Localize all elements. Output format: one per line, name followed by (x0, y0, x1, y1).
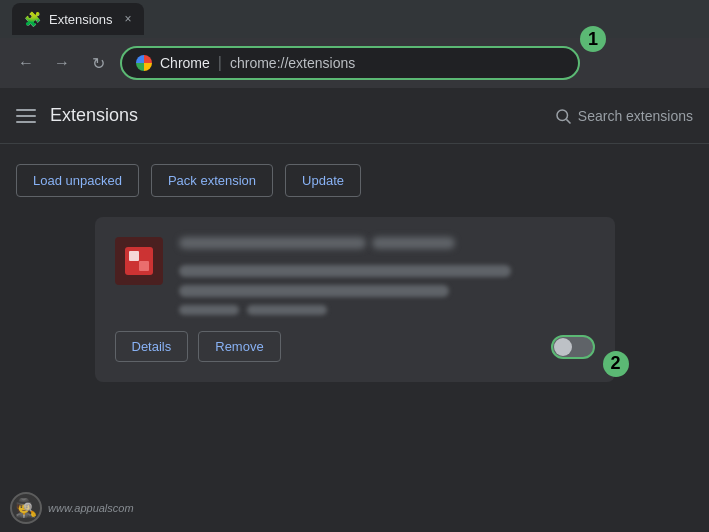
ext-tag-blur-1 (179, 305, 239, 315)
page-title: Extensions (50, 105, 540, 126)
extension-icon (115, 237, 163, 285)
card-bottom-left: Details Remove (115, 331, 281, 362)
back-button[interactable]: ← (12, 49, 40, 77)
details-button[interactable]: Details (115, 331, 189, 362)
update-button[interactable]: Update (285, 164, 361, 197)
watermark-text: www.appualscom (48, 502, 134, 514)
extension-toggle[interactable] (551, 335, 595, 359)
action-buttons: Load unpacked Pack extension Update (16, 164, 693, 197)
extension-card: Details Remove 2 (95, 217, 615, 382)
extension-info (179, 237, 595, 315)
address-bar-row: ← → ↻ Chrome | chrome://extensions 1 (0, 38, 709, 88)
url-text: chrome://extensions (230, 55, 355, 71)
reload-button[interactable]: ↻ (84, 49, 112, 77)
watermark-avatar: 🕵️ (10, 492, 42, 524)
main-content: Load unpacked Pack extension Update (0, 144, 709, 532)
page-header: Extensions Search extensions (0, 88, 709, 144)
watermark: 🕵️ www.appualscom (10, 492, 134, 524)
ext-version-blur (372, 237, 455, 249)
ext-tag-blur-2 (247, 305, 327, 315)
svg-line-1 (566, 119, 570, 123)
forward-button[interactable]: → (48, 49, 76, 77)
chrome-logo-icon (136, 55, 152, 71)
card-top (115, 237, 595, 315)
toggle-knob (554, 338, 572, 356)
remove-button[interactable]: Remove (198, 331, 280, 362)
menu-button[interactable] (16, 109, 36, 123)
pack-extension-button[interactable]: Pack extension (151, 164, 273, 197)
ext-desc-blur-1 (179, 265, 512, 277)
tab-title: Extensions (49, 12, 113, 27)
step-badge-2: 2 (603, 351, 629, 377)
browser-tab[interactable]: 🧩 Extensions × (12, 3, 144, 35)
step-badge-1: 1 (580, 26, 606, 52)
address-separator: | (218, 54, 222, 72)
search-area[interactable]: Search extensions (554, 107, 693, 125)
chrome-label: Chrome (160, 55, 210, 71)
card-bottom: Details Remove 2 (115, 331, 595, 362)
toggle-wrapper: 2 (551, 335, 595, 359)
tab-close-button[interactable]: × (125, 12, 132, 26)
svg-point-0 (557, 110, 568, 121)
ext-name-blur (179, 237, 366, 249)
search-label: Search extensions (578, 108, 693, 124)
puzzle-icon: 🧩 (24, 11, 41, 27)
ext-desc-blur-2 (179, 285, 449, 297)
search-icon (554, 107, 572, 125)
load-unpacked-button[interactable]: Load unpacked (16, 164, 139, 197)
address-box[interactable]: Chrome | chrome://extensions 1 (120, 46, 580, 80)
